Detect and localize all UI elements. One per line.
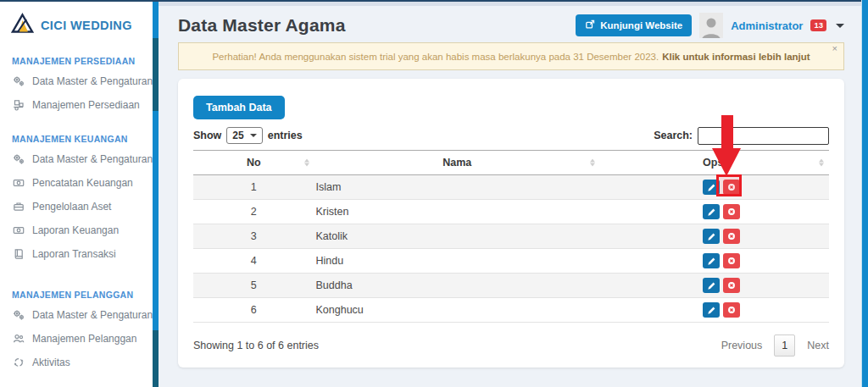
sidebar-item-manajemen-persediaan[interactable]: Manajemen Persediaan [0, 93, 153, 117]
briefcase-icon [12, 201, 25, 213]
main-content: Data Master Agama Kunjungi Website Admin… [159, 2, 861, 387]
delete-button[interactable] [723, 229, 740, 244]
book-icon [12, 248, 25, 260]
edit-button[interactable] [703, 278, 720, 293]
add-data-button[interactable]: Tambah Data [193, 96, 285, 119]
delete-button[interactable] [723, 302, 740, 318]
cell-no: 2 [193, 200, 314, 224]
sidebar-item-pengelolaan-aset[interactable]: Pengelolaan Aset [0, 195, 153, 218]
sidebar-item-laporan-transaksi[interactable]: Laporan Transaksi [0, 242, 153, 266]
user-menu-label[interactable]: Administrator [731, 19, 803, 32]
sidebar-item-label: Pencatatan Keuangan [32, 177, 133, 189]
sidebar-scrollbar-thumb[interactable] [153, 38, 159, 111]
money-icon [12, 224, 25, 236]
delete-button[interactable] [723, 204, 740, 219]
entries-label: entries [268, 130, 303, 141]
close-icon[interactable]: × [832, 44, 837, 53]
sort-icon [590, 159, 595, 167]
edit-button[interactable] [703, 253, 720, 268]
sidebar-item-label: Laporan Keuangan [32, 224, 119, 236]
row-actions [617, 302, 826, 318]
row-actions [617, 229, 826, 244]
cell-no: 6 [193, 298, 314, 323]
sidebar-item-pencatatan-keuangan[interactable]: Pencatatan Keuangan [0, 171, 153, 195]
sidebar-scrollbar[interactable] [153, 2, 159, 387]
main-top-strip [159, 2, 861, 6]
edit-button[interactable] [703, 229, 720, 244]
table-row: 6 Konghucu [193, 298, 829, 323]
page-scrollbar[interactable] [861, 0, 868, 387]
sidebar-item-label: Data Master & Pengaturan [32, 309, 153, 321]
sidebar-item-label: Data Master & Pengaturan [32, 153, 153, 165]
sidebar: CICI WEDDING MANAJEMEN PERSEDIAAN Data M… [0, 2, 153, 387]
cell-nama: Buddha [314, 274, 601, 298]
sidebar-item-label: Aktivitas [32, 357, 70, 368]
chevron-down-icon [250, 134, 257, 137]
page-length-control: Show 25 entries [193, 127, 303, 144]
next-page-button[interactable]: Next [807, 340, 829, 351]
sidebar-item-label: Manajemen Pelanggan [32, 333, 136, 345]
sidebar-item-label: Manajemen Persediaan [32, 99, 140, 111]
sidebar-item-data-master-keuangan[interactable]: Data Master & Pengaturan [0, 147, 153, 171]
cell-nama: Konghucu [314, 298, 601, 323]
sort-icon [819, 159, 824, 167]
money-icon [12, 177, 25, 189]
visit-website-button[interactable]: Kunjungi Website [576, 14, 692, 36]
page-length-select[interactable]: 25 [226, 127, 262, 144]
cell-nama: Hindu [314, 249, 601, 274]
search-control: Search: [654, 127, 829, 145]
trial-alert: Perhatian! Anda menggunakan sistem trial… [178, 42, 844, 70]
gears-icon [12, 153, 25, 165]
show-label: Show [193, 130, 221, 141]
delete-button-highlight [716, 174, 742, 196]
page-title: Data Master Agama [178, 15, 346, 36]
cell-no: 3 [193, 224, 314, 249]
cell-no: 1 [193, 175, 314, 200]
page-number-button[interactable]: 1 [774, 334, 795, 357]
gears-icon [12, 309, 25, 321]
sidebar-item-label: Laporan Transaksi [32, 248, 116, 260]
cell-nama: Katolik [314, 224, 601, 249]
users-icon [12, 333, 25, 345]
annotation-arrow [721, 115, 733, 149]
column-header-nama[interactable]: Nama [314, 151, 601, 175]
trial-alert-text: Perhatian! Anda menggunakan sistem trial… [212, 52, 659, 62]
previous-page-button[interactable]: Previous [721, 340, 763, 351]
trial-alert-link[interactable]: Klik untuk informasi lebih lanjut [662, 52, 810, 62]
avatar[interactable] [699, 13, 723, 38]
delete-button[interactable] [723, 253, 740, 268]
edit-button[interactable] [703, 204, 720, 219]
sidebar-item-data-master-pelanggan[interactable]: Data Master & Pengaturan [0, 303, 153, 327]
sidebar-item-label: Data Master & Pengaturan [32, 75, 153, 87]
brand[interactable]: CICI WEDDING [0, 2, 153, 39]
notification-badge[interactable]: 13 [810, 19, 826, 31]
sort-icon [304, 159, 309, 167]
cell-nama: Kristen [314, 200, 601, 224]
search-label: Search: [654, 130, 693, 141]
sidebar-scrollbar-thumb[interactable] [153, 330, 159, 387]
cell-nama: Islam [314, 175, 601, 200]
table-controls: Show 25 entries Search: [193, 125, 829, 146]
sidebar-item-manajemen-pelanggan[interactable]: Manajemen Pelanggan [0, 327, 153, 351]
table-row: 5 Buddha [193, 274, 829, 298]
row-actions [617, 253, 826, 268]
window-top-border [0, 0, 868, 2]
sidebar-item-aktivitas[interactable]: Aktivitas [0, 351, 153, 374]
sidebar-section-pelanggan: MANAJEMEN PELANGGAN [0, 286, 153, 303]
app-root: CICI WEDDING MANAJEMEN PERSEDIAAN Data M… [0, 0, 868, 387]
search-input[interactable] [698, 127, 829, 145]
edit-button[interactable] [703, 302, 720, 318]
sidebar-section-keuangan: MANAJEMEN KEUANGAN [0, 130, 153, 147]
row-actions [617, 278, 826, 293]
gears-icon [12, 75, 25, 87]
recycle-icon [12, 357, 25, 368]
visit-website-label: Kunjungi Website [600, 20, 682, 30]
chevron-down-icon[interactable] [836, 24, 844, 28]
table-footer: Showing 1 to 6 of 6 entries Previous 1 N… [193, 334, 829, 357]
sidebar-item-laporan-keuangan[interactable]: Laporan Keuangan [0, 218, 153, 242]
sidebar-item-data-master-persediaan[interactable]: Data Master & Pengaturan [0, 69, 153, 93]
delete-button[interactable] [723, 278, 740, 293]
row-actions [617, 204, 826, 219]
header-right: Kunjungi Website Administrator 13 [576, 13, 844, 38]
column-header-no[interactable]: No [193, 151, 314, 175]
